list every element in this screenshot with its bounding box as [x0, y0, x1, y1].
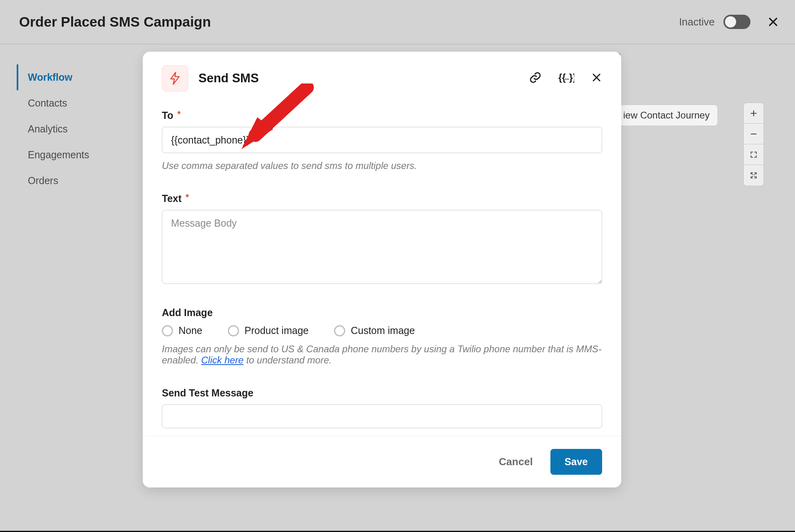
modal-header: Send SMS {{ }}: [143, 52, 621, 95]
image-option-none[interactable]: None: [162, 325, 202, 336]
text-label-text: Text: [162, 193, 182, 204]
svg-point-2: [567, 78, 568, 80]
page-header: Order Placed SMS Campaign Inactive: [0, 0, 795, 45]
add-image-label: Add Image: [162, 307, 602, 318]
status-label: Inactive: [679, 16, 715, 28]
to-label: To *: [162, 110, 602, 121]
radio-label-none: None: [179, 325, 202, 336]
link-icon: [529, 71, 542, 84]
zoom-controls: [743, 103, 764, 186]
svg-text:}}: }}: [569, 72, 574, 83]
modal-title: Send SMS: [198, 71, 519, 85]
modal-footer: Cancel Save: [143, 436, 621, 487]
required-indicator: *: [186, 192, 189, 202]
sidebar-item-contacts[interactable]: Contacts: [17, 90, 99, 116]
image-option-custom[interactable]: Custom image: [334, 325, 415, 336]
fit-screen-button[interactable]: [744, 144, 764, 165]
radio-icon: [228, 325, 239, 336]
svg-text:{{: {{: [558, 72, 566, 83]
image-options: None Product image Custom image: [162, 325, 602, 336]
minus-icon: [749, 130, 758, 138]
sidebar-item-analytics[interactable]: Analytics: [17, 116, 99, 142]
modal-header-actions: {{ }}: [529, 71, 602, 85]
image-option-product[interactable]: Product image: [228, 325, 309, 336]
sidebar-item-workflow[interactable]: Workflow: [17, 64, 99, 90]
expand-icon: [750, 171, 758, 179]
link-button[interactable]: [529, 71, 542, 85]
add-image-section: Add Image None Product image Custom imag…: [162, 307, 602, 366]
message-body-textarea[interactable]: [162, 210, 602, 284]
to-input[interactable]: [162, 127, 602, 153]
active-toggle[interactable]: [723, 15, 750, 29]
add-image-help: Images can only be send to US & Canada p…: [162, 344, 602, 366]
lightning-icon: [168, 71, 182, 85]
click-here-link[interactable]: Click here: [201, 355, 244, 365]
help-post: to understand more.: [243, 355, 331, 365]
cancel-button[interactable]: Cancel: [494, 449, 537, 474]
radio-label-custom: Custom image: [351, 325, 415, 336]
close-page-button[interactable]: [767, 16, 779, 28]
to-section: To * Use comma separated values to send …: [162, 110, 602, 171]
sidebar-item-engagements[interactable]: Engagements: [17, 142, 99, 168]
send-test-section: Send Test Message: [162, 387, 602, 428]
to-help-text: Use comma separated values to send sms t…: [162, 160, 602, 171]
radio-label-product: Product image: [245, 325, 309, 336]
view-contact-journey-button[interactable]: iew Contact Journey: [615, 105, 718, 126]
radio-icon: [334, 325, 345, 336]
close-icon: [591, 72, 602, 83]
text-section: Text *: [162, 193, 602, 285]
svg-point-1: [565, 78, 566, 80]
fullscreen-button[interactable]: [744, 165, 764, 186]
send-test-label: Send Test Message: [162, 387, 602, 399]
fit-icon: [750, 151, 758, 159]
required-indicator: *: [177, 109, 181, 119]
merge-tags-icon: {{ }}: [558, 72, 574, 83]
add-image-label-text: Add Image: [162, 307, 213, 318]
to-label-text: To: [162, 110, 173, 121]
header-actions: Inactive: [679, 15, 779, 29]
sidebar-item-orders[interactable]: Orders: [17, 168, 99, 194]
close-modal-button[interactable]: [591, 72, 602, 85]
zoom-in-button[interactable]: [744, 103, 764, 124]
save-button[interactable]: Save: [550, 449, 602, 475]
send-test-input[interactable]: [162, 404, 602, 428]
plus-icon: [749, 109, 758, 118]
sidebar-nav: Workflow Contacts Analytics Engagements …: [17, 64, 99, 194]
modal-body: To * Use comma separated values to send …: [143, 95, 621, 436]
toggle-knob: [725, 16, 736, 27]
action-type-icon: [162, 65, 188, 91]
radio-icon: [162, 325, 173, 336]
send-sms-modal: Send SMS {{ }}: [143, 52, 621, 487]
text-label: Text *: [162, 193, 602, 204]
send-test-label-text: Send Test Message: [162, 387, 253, 399]
zoom-out-button[interactable]: [744, 124, 764, 144]
merge-tags-button[interactable]: {{ }}: [558, 72, 574, 84]
page-title: Order Placed SMS Campaign: [19, 14, 679, 30]
